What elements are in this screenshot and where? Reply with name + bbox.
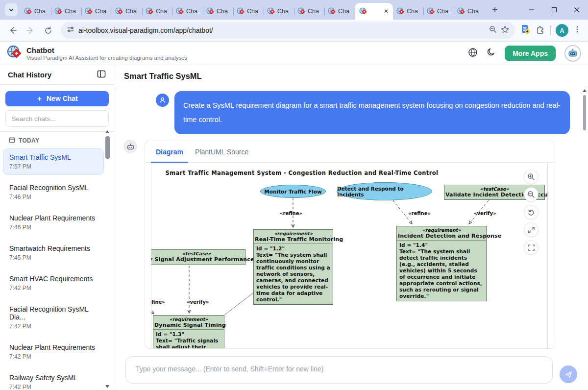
browser-tab[interactable]: Cha bbox=[51, 3, 81, 20]
browser-tab[interactable]: Cha bbox=[112, 3, 142, 20]
tab-search-chevron-button[interactable] bbox=[5, 3, 18, 16]
edge-label-refine-1: «refine» bbox=[280, 211, 302, 216]
chat-scroll-area[interactable]: Create a SysML requirement diagram for a… bbox=[114, 87, 588, 349]
url-text[interactable]: ai-toolbox.visual-paradigm.com/app/chatb… bbox=[78, 26, 485, 34]
requirement-text: Text= "Traffic signals shall adjust thei… bbox=[156, 338, 221, 348]
visual-paradigm-favicon bbox=[359, 7, 367, 15]
more-apps-button[interactable]: More Apps bbox=[505, 46, 556, 61]
app-title: Chatbot bbox=[26, 46, 187, 54]
search-chats-input[interactable] bbox=[5, 110, 109, 127]
edge-label-verify-2: «verify» bbox=[187, 299, 209, 305]
tab-title: Cha bbox=[95, 8, 106, 15]
close-window-button[interactable] bbox=[565, 0, 588, 20]
chat-history-item[interactable]: Smart HVAC Requirements 7:42 PM bbox=[3, 270, 104, 296]
browser-tab[interactable]: Cha bbox=[172, 3, 203, 20]
bookmark-star-icon[interactable] bbox=[501, 25, 509, 36]
zoom-in-button[interactable] bbox=[524, 170, 539, 184]
browser-menu-icon[interactable] bbox=[573, 25, 581, 35]
fullscreen-button[interactable] bbox=[524, 240, 539, 255]
tab-title: Cha bbox=[437, 8, 448, 15]
requirement-id: Id = "1.3" bbox=[156, 331, 221, 338]
minimize-button[interactable] bbox=[520, 0, 543, 20]
browser-tab[interactable]: Cha bbox=[324, 3, 355, 20]
forward-button[interactable] bbox=[23, 23, 38, 38]
dark-mode-moon-icon[interactable] bbox=[487, 48, 496, 59]
url-bar[interactable]: ai-toolbox.visual-paradigm.com/app/chatb… bbox=[61, 22, 515, 39]
chat-item-title: Smartwatch Requirements bbox=[9, 244, 98, 252]
chat-scroll-up-arrow[interactable] bbox=[583, 89, 587, 92]
chatbot-avatar-icon[interactable] bbox=[564, 45, 581, 62]
tab-list: Cha Cha Cha bbox=[21, 0, 484, 20]
back-button[interactable] bbox=[5, 23, 21, 38]
collapse-sidebar-icon[interactable] bbox=[97, 70, 106, 80]
scroll-down-arrow[interactable] bbox=[105, 385, 109, 388]
browser-tab[interactable]: Cha bbox=[21, 3, 51, 20]
docs-offline-icon[interactable] bbox=[520, 24, 531, 37]
browser-tab[interactable]: Cha bbox=[264, 3, 294, 20]
card-tab-bar: Diagram PlantUML Source bbox=[145, 141, 555, 163]
browser-tab[interactable]: Cha bbox=[81, 3, 112, 20]
tab-title: Cha bbox=[308, 8, 319, 15]
chat-history-item[interactable]: Facial Recognition SysML Dia... 7:42 PM bbox=[3, 300, 104, 335]
chat-item-time: 7:42 PM bbox=[9, 353, 98, 360]
browser-tab[interactable]: Cha bbox=[423, 3, 454, 20]
chat-scrollbar-thumb[interactable] bbox=[583, 95, 586, 130]
zoom-out-button[interactable] bbox=[524, 187, 539, 202]
browser-tab[interactable]: ✕ bbox=[355, 3, 393, 20]
tab-diagram[interactable]: Diagram bbox=[151, 141, 188, 162]
visual-paradigm-favicon bbox=[267, 7, 275, 15]
chat-history-item[interactable]: Facial Recognition SysML 7:46 PM bbox=[3, 179, 104, 205]
chat-history-item[interactable]: Smartwatch Requirements 7:45 PM bbox=[3, 240, 104, 266]
tab-plantuml-source[interactable]: PlantUML Source bbox=[190, 141, 253, 162]
extensions-puzzle-icon[interactable] bbox=[536, 24, 545, 36]
sidebar-divider bbox=[0, 84, 114, 85]
chat-item-time: 7:42 PM bbox=[9, 384, 98, 390]
browser-tab[interactable]: Cha bbox=[454, 3, 484, 20]
browser-tab[interactable]: Cha bbox=[233, 3, 264, 20]
browser-tab[interactable]: Cha bbox=[203, 3, 233, 20]
visual-paradigm-favicon bbox=[396, 7, 404, 15]
requirement-real-time-traffic-monitoring: «requirement» Real-Time Traffic Monitori… bbox=[253, 229, 333, 305]
reload-button[interactable] bbox=[40, 23, 56, 38]
visual-paradigm-logo bbox=[7, 45, 22, 62]
tab-title: Cha bbox=[217, 8, 228, 15]
profile-avatar[interactable]: A bbox=[556, 24, 568, 37]
browser-tab[interactable]: Cha bbox=[393, 3, 423, 20]
maximize-button[interactable] bbox=[543, 0, 565, 20]
sidebar-title: Chat History bbox=[8, 71, 51, 79]
chat-item-time: 7:45 PM bbox=[9, 254, 98, 261]
visual-paradigm-favicon bbox=[297, 7, 305, 15]
main-content: Smart Traffic SysML Create a SysML requi… bbox=[114, 65, 588, 390]
tab-title: Cha bbox=[338, 8, 349, 15]
chat-history-item[interactable]: Nuclear Plant Requirements 7:46 PM bbox=[3, 209, 104, 236]
chat-item-time: 7:46 PM bbox=[9, 224, 98, 231]
sidebar-scrollbar[interactable] bbox=[105, 130, 110, 388]
usecase-detect-respond-incidents: Detect and Respond to Incidents bbox=[337, 182, 432, 200]
chat-history-sidebar: Chat History ＋ New Chat TODAY Smart Traf… bbox=[0, 65, 114, 390]
browser-tab[interactable]: Cha bbox=[142, 3, 172, 20]
reset-view-button[interactable] bbox=[524, 205, 539, 219]
chat-scrollbar[interactable] bbox=[583, 89, 587, 130]
scrollbar-thumb[interactable] bbox=[105, 136, 110, 159]
new-chat-button[interactable]: ＋ New Chat bbox=[5, 91, 109, 106]
tab-close-icon[interactable]: ✕ bbox=[384, 8, 389, 14]
tab-title: Cha bbox=[277, 8, 289, 15]
visual-paradigm-favicon bbox=[115, 7, 123, 15]
new-tab-button[interactable]: + bbox=[488, 3, 502, 17]
diagram-card: Diagram PlantUML Source Smart Traffic Ma… bbox=[145, 141, 555, 349]
chat-history-item[interactable]: Railway Safety SysML 7:42 PM bbox=[3, 369, 104, 390]
visual-paradigm-favicon bbox=[328, 7, 336, 15]
send-button[interactable] bbox=[560, 366, 577, 383]
chat-list: Smart Traffic SysML 7:57 PM Facial Recog… bbox=[0, 147, 114, 390]
zoom-page-icon[interactable] bbox=[489, 25, 497, 35]
chat-history-item[interactable]: Nuclear Plant Requirements 7:42 PM bbox=[3, 339, 104, 365]
scroll-up-arrow[interactable] bbox=[105, 130, 109, 133]
app-brand: Chatbot Visual Paradigm AI Assistant for… bbox=[7, 45, 187, 62]
message-input[interactable] bbox=[125, 356, 553, 384]
diagram-canvas[interactable]: Smart Traffic Management System - Conges… bbox=[151, 163, 548, 348]
language-globe-icon[interactable] bbox=[468, 48, 478, 59]
chat-history-item[interactable]: Smart Traffic SysML 7:57 PM bbox=[3, 148, 104, 175]
browser-tab[interactable]: Cha bbox=[294, 3, 324, 20]
site-settings-icon[interactable] bbox=[67, 25, 74, 35]
expand-button[interactable] bbox=[524, 222, 539, 237]
